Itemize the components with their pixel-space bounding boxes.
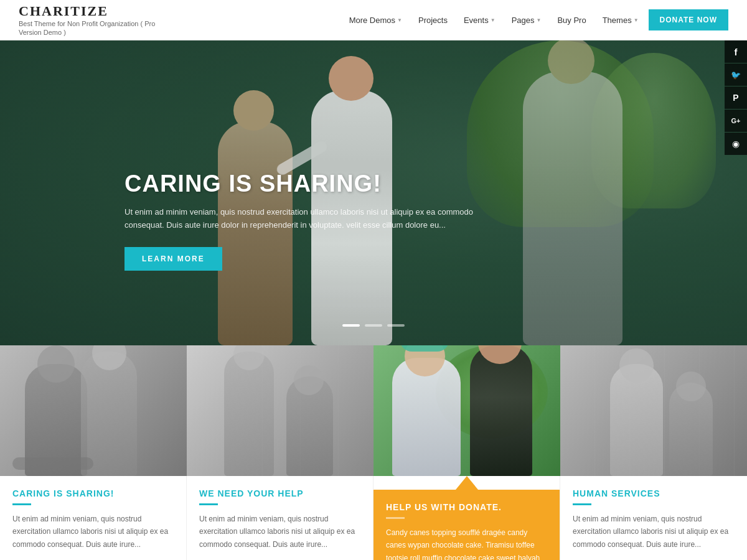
slider-dots [342,324,405,327]
highlight-pointer [456,476,478,490]
card-underline-2 [199,503,218,505]
bottom-section: CARING IS SHARING! Ut enim ad minim veni… [0,345,747,560]
header: CHARITIZE Best Theme for Non Profit Orga… [0,0,747,40]
card-underline-4 [573,503,591,505]
card-col-1: CARING IS SHARING! Ut enim ad minim veni… [0,345,187,560]
head-elderly [233,90,274,131]
card-text-2: Ut enim ad minim veniam, quis nostrud ex… [199,513,360,551]
instagram-icon[interactable]: ◉ [725,133,747,155]
pinterest-icon[interactable]: P [725,86,747,109]
nav-buypro[interactable]: Buy Pro [551,12,592,29]
chevron-down-icon: ▼ [491,17,496,23]
hero-section: CARING IS SHARING! Ut enim ad minim veni… [0,40,747,345]
logo-subtitle: Best Theme for Non Profit Organization (… [19,19,156,37]
gallery-image-2 [187,345,374,476]
chevron-down-icon: ▼ [397,17,402,23]
learn-more-button[interactable]: LEARN MORE [125,247,222,271]
person-bg [523,72,622,345]
logo-title: CHARITIZE [19,3,156,19]
gallery-image-4 [560,345,747,476]
nav-projects[interactable]: Projects [412,12,454,29]
head-bg [548,40,594,84]
page-wrapper: CHARITIZE Best Theme for Non Profit Orga… [0,0,747,560]
card-title-3: HELP US WITH DONATE. [386,502,547,512]
card-underline-1 [12,503,31,505]
card-content-2: WE NEED YOUR HELP Ut enim ad minim venia… [187,476,373,560]
social-sidebar: f 🐦 P G+ ◉ [725,40,747,156]
nav-themes[interactable]: Themes ▼ [596,12,645,29]
slider-dot-3[interactable] [387,324,405,327]
card-col-3: HELP US WITH DONATE. Candy canes topping… [374,345,560,560]
gallery-image-1 [0,345,187,476]
twitter-icon[interactable]: 🐦 [725,63,747,86]
card-text-3: Candy canes topping soufflé dragée candy… [386,526,547,560]
donate-button[interactable]: DONATE NOW [649,9,728,30]
main-nav: More Demos ▼ Projects Events ▼ Pages ▼ B… [343,9,728,30]
gallery-image-3 [374,345,560,476]
head-caregiver [329,56,374,101]
hero-description: Ut enim ad minim veniam, quis nostrud ex… [125,206,473,232]
hero-title: CARING IS SHARING! [125,170,473,197]
slider-dot-2[interactable] [365,324,382,327]
nav-events[interactable]: Events ▼ [458,12,502,29]
card-title-2: WE NEED YOUR HELP [199,488,360,498]
card-content-3: HELP US WITH DONATE. Candy canes topping… [374,490,560,560]
card-text-4: Ut enim ad minim veniam, quis nostrud ex… [573,513,735,551]
card-title-1: CARING IS SHARING! [12,488,174,498]
googleplus-icon[interactable]: G+ [725,110,747,132]
card-content-4: HUMAN SERVICES Ut enim ad minim veniam, … [560,476,747,560]
chevron-down-icon: ▼ [634,17,639,23]
slider-dot-1[interactable] [342,324,360,327]
card-title-4: HUMAN SERVICES [573,488,735,498]
logo-area: CHARITIZE Best Theme for Non Profit Orga… [19,3,156,37]
nav-more-demos[interactable]: More Demos ▼ [343,12,408,29]
hero-content: CARING IS SHARING! Ut enim ad minim veni… [125,170,473,271]
card-text-1: Ut enim ad minim veniam, quis nostrud ex… [12,513,174,551]
card-col-4: HUMAN SERVICES Ut enim ad minim veniam, … [560,345,747,560]
chevron-down-icon: ▼ [537,17,542,23]
card-col-2: WE NEED YOUR HELP Ut enim ad minim venia… [187,345,374,560]
card-content-1: CARING IS SHARING! Ut enim ad minim veni… [0,476,186,560]
card-underline-3 [386,517,405,519]
facebook-icon[interactable]: f [725,40,747,63]
nav-pages[interactable]: Pages ▼ [505,12,548,29]
